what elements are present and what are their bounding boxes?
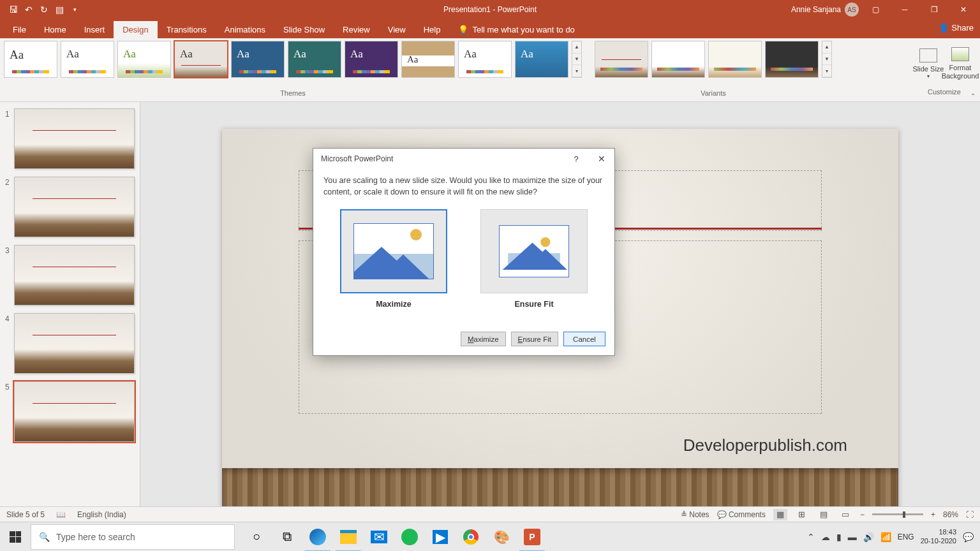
- dialog-close-icon[interactable]: ✕: [589, 149, 614, 169]
- option-maximize[interactable]: Maximize: [340, 209, 447, 309]
- dialog-overlay: Microsoft PowerPoint ? ✕ You are scaling…: [0, 0, 980, 551]
- slide-size-dialog: Microsoft PowerPoint ? ✕ You are scaling…: [313, 148, 615, 356]
- ensure-fit-button[interactable]: Ensure Fit: [511, 332, 558, 346]
- cancel-button[interactable]: Cancel: [563, 332, 605, 346]
- option-ensure-fit-label: Ensure Fit: [480, 300, 588, 309]
- dialog-title: Microsoft PowerPoint: [321, 154, 393, 163]
- maximize-button[interactable]: Maximize: [461, 332, 506, 346]
- dialog-message: You are scaling to a new slide size. Wou…: [323, 175, 604, 198]
- option-maximize-label: Maximize: [340, 300, 447, 309]
- dialog-title-bar[interactable]: Microsoft PowerPoint ? ✕: [313, 149, 614, 169]
- dialog-help-icon[interactable]: ?: [563, 149, 589, 169]
- option-ensure-fit[interactable]: Ensure Fit: [480, 209, 588, 309]
